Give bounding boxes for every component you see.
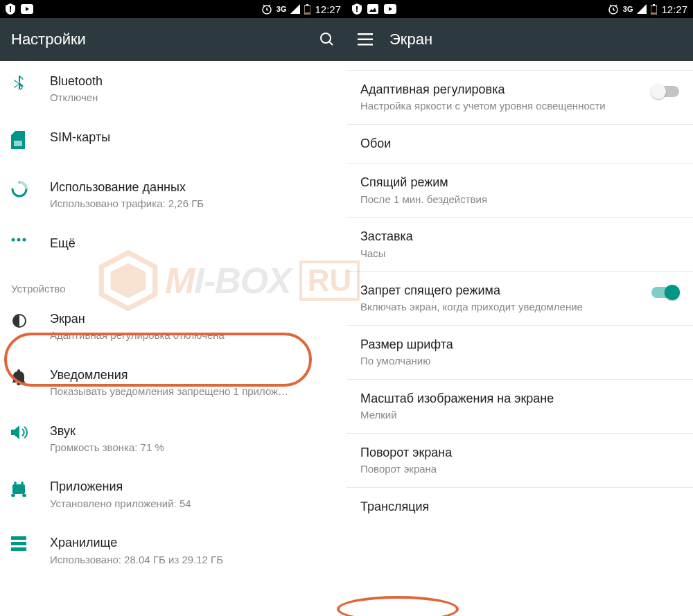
item-apps[interactable]: Приложения Установлено приложений: 54 (0, 466, 346, 522)
item-sub: Установлено приложений: 54 (50, 497, 335, 511)
row-sub: После 1 мин. бездействия (360, 193, 679, 206)
svg-point-9 (12, 238, 15, 241)
svg-point-10 (17, 238, 21, 241)
item-title: Уведомления (50, 367, 335, 383)
row-adaptive[interactable]: Адаптивная регулировка Настройка яркости… (346, 71, 693, 125)
signal-icon (290, 4, 300, 14)
svg-rect-16 (11, 494, 15, 497)
switch-prevent-sleep[interactable] (651, 287, 679, 298)
svg-point-7 (321, 33, 331, 43)
svg-rect-31 (358, 44, 373, 46)
item-title: Использование данных (50, 179, 335, 195)
row-title: Обои (360, 136, 679, 152)
page-title: Экран (389, 30, 432, 49)
svg-rect-13 (12, 484, 25, 494)
row-sub: Часы (360, 247, 679, 261)
more-icon (11, 237, 26, 243)
item-sub: Показывать уведомления запрещено 1 прило… (50, 385, 335, 398)
row-title: Масштаб изображения на экране (360, 391, 679, 407)
sound-icon (11, 425, 28, 440)
row-sub: Мелкий (360, 408, 679, 422)
phone-display-settings: 3G 12:27 Экран Яркость Адаптивная регули… (346, 0, 693, 616)
item-data-usage[interactable]: Использование данных Использовано трафик… (0, 167, 346, 223)
item-notifications[interactable]: Уведомления Показывать уведомления запре… (0, 355, 346, 411)
svg-rect-20 (11, 547, 26, 551)
page-title: Настройки (11, 30, 86, 49)
hamburger-icon[interactable] (358, 33, 373, 46)
svg-rect-6 (305, 12, 310, 14)
row-brightness-partial[interactable]: Яркость (346, 61, 693, 71)
item-sub: Использовано: 28.04 ГБ из 29.12 ГБ (50, 553, 335, 567)
status-bar: 3G 12:27 (346, 0, 693, 18)
item-bluetooth[interactable]: Bluetooth Отключен (0, 61, 346, 117)
svg-point-15 (21, 482, 24, 484)
settings-list: Bluetooth Отключен SIM-карты Использован… (0, 61, 346, 616)
row-sub: Поворот экрана (360, 462, 679, 476)
sim-icon (11, 131, 25, 149)
item-more[interactable]: Ещё (0, 223, 346, 273)
item-title: Приложения (50, 479, 335, 495)
row-rotation[interactable]: Поворот экрана Поворот экрана (346, 434, 693, 488)
svg-rect-17 (22, 494, 26, 497)
status-time: 12:27 (315, 3, 341, 15)
svg-rect-0 (10, 6, 11, 10)
row-font-size[interactable]: Размер шрифта По умолчанию (346, 326, 693, 380)
row-display-scale[interactable]: Масштаб изображения на экране Мелкий (346, 380, 693, 434)
search-icon[interactable] (319, 31, 335, 48)
youtube-icon (21, 4, 33, 14)
row-title: Поворот экрана (360, 445, 679, 461)
row-title: Размер шрифта (360, 337, 679, 353)
item-storage[interactable]: Хранилище Использовано: 28.04 ГБ из 29.1… (0, 522, 346, 579)
item-title: SIM-карты (50, 130, 335, 146)
svg-rect-30 (358, 39, 373, 41)
bell-icon (11, 369, 26, 385)
item-sim[interactable]: SIM-карты (0, 117, 346, 167)
row-sub: Настройка яркости с учетом уровня освеще… (360, 99, 643, 113)
item-sub: Адаптивная регулировка отключена (50, 328, 335, 342)
row-screensaver[interactable]: Заставка Часы (346, 218, 693, 272)
display-settings-list: Яркость Адаптивная регулировка Настройка… (346, 61, 693, 616)
display-icon (11, 313, 28, 329)
svg-rect-8 (14, 141, 22, 146)
svg-rect-22 (356, 10, 358, 12)
svg-rect-28 (651, 12, 656, 14)
storage-icon (11, 536, 26, 552)
app-bar: Экран (346, 18, 693, 61)
svg-rect-23 (367, 4, 378, 14)
alert-icon (352, 3, 362, 15)
row-title: Спящий режим (360, 175, 679, 191)
row-title: Заставка (360, 229, 679, 245)
svg-rect-18 (11, 536, 26, 540)
item-sub: Отключен (50, 91, 335, 105)
battery-icon (651, 4, 657, 15)
status-time: 12:27 (661, 3, 687, 15)
alarm-icon (608, 3, 619, 15)
svg-rect-29 (358, 33, 373, 35)
item-sub: Громкость звонка: 71 % (50, 441, 335, 455)
status-bar: 3G 12:27 (0, 0, 346, 18)
row-title: Запрет спящего режима (360, 283, 643, 299)
row-prevent-sleep[interactable]: Запрет спящего режима Включать экран, ко… (346, 272, 693, 326)
alert-icon (6, 3, 15, 15)
svg-point-11 (23, 238, 26, 241)
data-icon (11, 181, 28, 197)
image-icon (367, 4, 378, 14)
svg-rect-21 (356, 6, 358, 10)
section-device: Устройство (0, 273, 346, 299)
row-cast[interactable]: Трансляция (346, 488, 693, 526)
item-sound[interactable]: Звук Громкость звонка: 71 % (0, 411, 346, 467)
item-title: Хранилище (50, 535, 335, 551)
youtube-icon (384, 4, 396, 14)
row-sleep[interactable]: Спящий режим После 1 мин. бездействия (346, 164, 693, 218)
svg-rect-19 (11, 542, 26, 545)
svg-rect-1 (10, 10, 11, 12)
item-screen[interactable]: Экран Адаптивная регулировка отключена (0, 299, 346, 355)
item-sub: Использовано трафика: 2,26 ГБ (50, 197, 335, 211)
item-title: Bluetooth (50, 73, 335, 89)
alarm-icon (261, 3, 272, 15)
row-wallpaper[interactable]: Обои (346, 125, 693, 164)
switch-adaptive[interactable] (651, 86, 679, 97)
item-title: Звук (50, 423, 335, 439)
phone-settings: 3G 12:27 Настройки Bluetooth Отключен SI… (0, 0, 346, 616)
row-sub: Включать экран, когда приходит уведомлен… (360, 300, 643, 314)
